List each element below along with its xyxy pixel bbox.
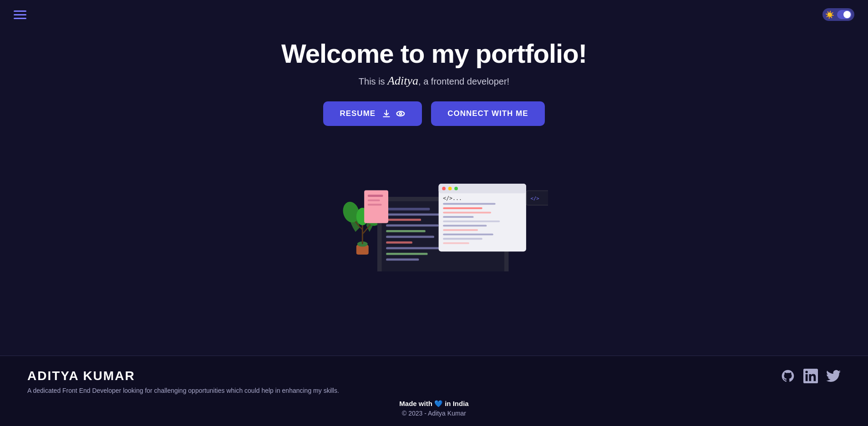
svg-rect-39 bbox=[443, 242, 469, 244]
twitter-icon[interactable] bbox=[826, 369, 841, 383]
sun-icon: ☀️ bbox=[825, 10, 834, 19]
footer-info: ADITYA KUMAR A dedicated Front End Devel… bbox=[27, 369, 339, 394]
heart-icon: 💙 bbox=[434, 400, 445, 407]
svg-point-0 bbox=[397, 111, 405, 116]
resume-button[interactable]: RESUME bbox=[323, 101, 422, 126]
svg-rect-37 bbox=[443, 234, 493, 236]
footer-top: ADITYA KUMAR A dedicated Front End Devel… bbox=[27, 369, 841, 394]
svg-text:</>: </> bbox=[530, 195, 539, 201]
hamburger-line-3 bbox=[14, 18, 26, 19]
hamburger-menu[interactable] bbox=[14, 10, 26, 19]
made-with-text: Made with bbox=[399, 400, 432, 407]
toggle-track bbox=[837, 10, 852, 19]
hamburger-line-2 bbox=[14, 14, 26, 15]
svg-rect-12 bbox=[386, 225, 438, 227]
svg-rect-15 bbox=[386, 241, 412, 244]
theme-toggle[interactable]: ☀️ bbox=[822, 8, 854, 21]
hero-title: Welcome to my portfolio! bbox=[281, 38, 587, 69]
svg-rect-17 bbox=[386, 253, 427, 255]
subtitle-name: Aditya bbox=[387, 74, 418, 87]
hero-section: Welcome to my portfolio! This is Aditya,… bbox=[0, 29, 868, 356]
svg-rect-9 bbox=[386, 208, 430, 210]
svg-rect-10 bbox=[386, 214, 447, 216]
svg-rect-13 bbox=[386, 230, 426, 232]
download-icon bbox=[382, 109, 391, 118]
svg-rect-34 bbox=[443, 221, 500, 222]
svg-rect-30 bbox=[443, 203, 495, 205]
footer-bottom: Made with 💙 in India © 2023 - Aditya Kum… bbox=[27, 400, 841, 417]
resume-icons bbox=[382, 109, 406, 119]
svg-rect-21 bbox=[367, 195, 383, 197]
svg-text:</>...: </>... bbox=[443, 195, 462, 201]
svg-rect-23 bbox=[367, 204, 381, 205]
subtitle-prefix: This is bbox=[359, 76, 387, 86]
resume-label: RESUME bbox=[340, 109, 376, 118]
svg-rect-33 bbox=[443, 216, 473, 218]
hero-subtitle: This is Aditya, a frontend developer! bbox=[359, 74, 509, 88]
subtitle-suffix: , a frontend developer! bbox=[418, 76, 509, 86]
eye-icon bbox=[396, 109, 406, 119]
svg-rect-18 bbox=[386, 259, 419, 261]
button-row: RESUME CONNECT WITH ME bbox=[323, 101, 544, 126]
footer: ADITYA KUMAR A dedicated Front End Devel… bbox=[0, 356, 868, 426]
footer-social bbox=[781, 369, 841, 383]
navbar: ☀️ bbox=[0, 0, 868, 29]
svg-rect-16 bbox=[386, 247, 443, 250]
footer-description: A dedicated Front End Developer looking … bbox=[27, 387, 339, 394]
linkedin-icon[interactable] bbox=[803, 369, 818, 383]
svg-rect-38 bbox=[443, 238, 482, 240]
svg-rect-11 bbox=[386, 219, 421, 221]
footer-made-with: Made with 💙 in India bbox=[27, 400, 841, 408]
hero-illustration: </>... </> bbox=[320, 144, 548, 271]
svg-rect-31 bbox=[443, 207, 482, 209]
svg-rect-32 bbox=[443, 212, 491, 214]
footer-copyright: © 2023 - Aditya Kumar bbox=[27, 410, 841, 417]
github-icon[interactable] bbox=[781, 369, 795, 383]
svg-point-27 bbox=[448, 187, 452, 190]
footer-name: ADITYA KUMAR bbox=[27, 369, 339, 383]
svg-rect-14 bbox=[386, 236, 434, 238]
made-with-suffix: in India bbox=[445, 400, 469, 407]
connect-button[interactable]: CONNECT WITH ME bbox=[431, 101, 544, 126]
toggle-thumb bbox=[843, 11, 851, 18]
svg-point-1 bbox=[400, 113, 402, 115]
svg-point-26 bbox=[442, 187, 446, 190]
illustration-svg: </>... </> bbox=[320, 144, 548, 271]
svg-rect-35 bbox=[443, 225, 487, 227]
hamburger-line-1 bbox=[14, 10, 26, 12]
svg-rect-36 bbox=[443, 229, 478, 231]
svg-rect-22 bbox=[367, 200, 380, 201]
svg-point-28 bbox=[454, 187, 458, 190]
